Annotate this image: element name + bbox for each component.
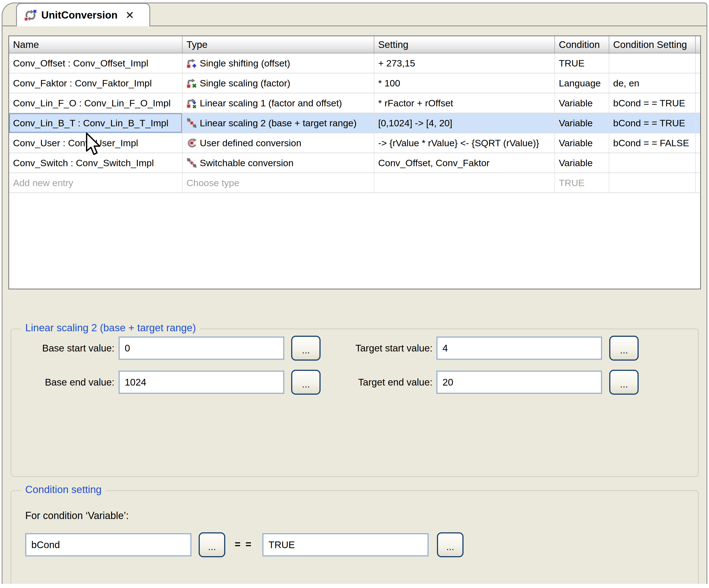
cell-condition[interactable]: TRUE — [555, 173, 609, 192]
cell-condition[interactable]: Variable — [555, 153, 609, 172]
cell-type[interactable]: Single scaling (factor) — [183, 73, 374, 93]
cell-condition[interactable]: Variable — [555, 133, 609, 153]
cell-condition[interactable]: Variable — [555, 113, 609, 133]
cell-condition[interactable]: Variable — [555, 93, 609, 113]
cell-setting[interactable]: * 100 — [374, 73, 555, 93]
cell-type-text: Choose type — [186, 178, 239, 188]
cell-condition-setting[interactable] — [609, 173, 696, 192]
column-header-condition-setting[interactable]: Condition Setting — [609, 36, 696, 53]
linear-scaling-2-icon — [186, 118, 200, 128]
tab-unit-conversion[interactable]: UnitConversion ✕ — [16, 3, 150, 26]
single-scaling-icon — [186, 78, 200, 88]
cell-name-text: Conv_Lin_B_T : Conv_Lin_B_T_Impl — [13, 118, 168, 129]
cell-type[interactable]: Linear scaling 1 (factor and offset) — [183, 93, 374, 113]
column-header-setting[interactable]: Setting — [374, 36, 555, 53]
cell-condition-setting[interactable]: bCond = = TRUE — [609, 113, 696, 133]
cell-setting[interactable]: * rFactor + rOffset — [374, 93, 555, 113]
column-header-name[interactable]: Name — [9, 36, 183, 53]
base-start-input[interactable] — [119, 337, 284, 360]
cell-type-text: Linear scaling 1 (factor and offset) — [200, 98, 342, 109]
base-start-browse-button[interactable]: ... — [291, 336, 320, 360]
cell-name[interactable]: Conv_Lin_F_O : Conv_Lin_F_O_Impl — [9, 93, 183, 113]
cell-name-text: Conv_Lin_F_O : Conv_Lin_F_O_Impl — [13, 98, 171, 109]
column-header-filler — [696, 36, 700, 53]
cell-setting-text: Conv_Offset, Conv_Faktor — [378, 158, 490, 168]
cell-filler[interactable] — [696, 53, 700, 73]
cell-type[interactable]: Switchable conversion — [183, 153, 374, 172]
cell-condition[interactable]: TRUE — [555, 53, 609, 73]
table-row[interactable]: Conv_Faktor : Conv_Faktor_ImplSingle sca… — [9, 73, 700, 93]
target-end-browse-button[interactable]: ... — [609, 370, 639, 395]
cell-setting-text: [0,1024] -> [4, 20] — [378, 118, 452, 129]
table-row[interactable]: Conv_Lin_F_O : Conv_Lin_F_O_ImplLinear s… — [9, 93, 700, 113]
cell-type[interactable]: Choose type — [183, 173, 374, 192]
cell-setting-text: * 100 — [378, 78, 400, 89]
table-row[interactable]: Conv_Switch : Conv_Switch_ImplSwitchable… — [9, 153, 700, 173]
cell-setting-text: -> {rValue * rValue} <- {SQRT (rValue)} — [378, 138, 539, 149]
table-body: Conv_Offset : Conv_Offset_ImplSingle shi… — [9, 53, 700, 193]
cell-condition-setting[interactable] — [609, 153, 696, 172]
cell-name[interactable]: Conv_Lin_B_T : Conv_Lin_B_T_Impl — [9, 113, 183, 133]
cell-type-text: Single scaling (factor) — [200, 78, 290, 89]
cell-name-text: Add new entry — [13, 178, 73, 188]
cell-type[interactable]: Single shifting (offset) — [183, 53, 374, 73]
table-row[interactable]: Conv_Offset : Conv_Offset_ImplSingle shi… — [9, 53, 700, 73]
column-header-type[interactable]: Type — [183, 36, 374, 53]
for-condition-label: For condition ‘Variable’: — [25, 510, 129, 522]
table-row[interactable]: Conv_User : Conv_User_ImplUser defined c… — [9, 133, 700, 153]
cell-condition-text: Language — [559, 78, 601, 89]
table-row[interactable]: Add new entryChoose typeTRUE — [9, 173, 700, 193]
cell-setting[interactable]: + 273,15 — [374, 53, 555, 73]
cell-condition-setting[interactable]: bCond = = TRUE — [609, 93, 696, 113]
cell-condition-setting[interactable] — [609, 53, 696, 73]
target-start-browse-button[interactable]: ... — [609, 336, 639, 360]
linear-scaling-legend: Linear scaling 2 (base + target range) — [21, 322, 200, 334]
cell-name[interactable]: Conv_Faktor : Conv_Faktor_Impl — [9, 73, 183, 93]
cell-setting[interactable]: -> {rValue * rValue} <- {SQRT (rValue)} — [374, 133, 555, 153]
target-start-input[interactable] — [436, 337, 602, 360]
condition-setting-legend: Condition setting — [21, 484, 106, 496]
condition-value-input[interactable] — [262, 533, 429, 556]
cell-setting[interactable] — [374, 173, 555, 192]
cell-type-text: Linear scaling 2 (base + target range) — [200, 118, 357, 129]
cell-condition-setting-text: bCond = = TRUE — [613, 118, 685, 129]
cell-name[interactable]: Conv_Offset : Conv_Offset_Impl — [9, 53, 183, 73]
cell-name-text: Conv_Switch : Conv_Switch_Impl — [13, 158, 154, 168]
base-end-input[interactable] — [119, 371, 284, 394]
cell-name-text: Conv_Faktor : Conv_Faktor_Impl — [13, 78, 152, 89]
cell-filler[interactable] — [696, 113, 700, 133]
cell-condition-text: Variable — [559, 98, 593, 109]
cell-filler[interactable] — [696, 153, 700, 172]
condition-value-browse-button[interactable]: ... — [437, 532, 464, 557]
switchable-icon — [186, 158, 200, 168]
column-header-condition[interactable]: Condition — [555, 36, 609, 53]
condition-variable-browse-button[interactable]: ... — [199, 532, 225, 557]
target-end-input[interactable] — [436, 371, 602, 394]
user-defined-icon — [186, 138, 200, 148]
cell-filler[interactable] — [696, 73, 700, 93]
base-start-label: Base start value: — [22, 343, 114, 354]
cell-condition[interactable]: Language — [555, 73, 609, 93]
cell-filler[interactable] — [696, 133, 700, 153]
single-shifting-icon — [186, 58, 200, 69]
tab-close-icon[interactable]: ✕ — [125, 10, 134, 21]
cell-setting[interactable]: Conv_Offset, Conv_Faktor — [374, 153, 555, 172]
cell-type-text: Switchable conversion — [200, 158, 293, 168]
conversion-table: Name Type Setting Condition Condition Se… — [8, 35, 701, 289]
cell-filler[interactable] — [696, 93, 700, 113]
cell-type-text: Single shifting (offset) — [200, 58, 290, 69]
base-end-browse-button[interactable]: ... — [291, 370, 320, 395]
cell-condition-setting-text: bCond = = FALSE — [613, 138, 689, 149]
cell-filler[interactable] — [696, 173, 700, 192]
cell-condition-setting[interactable]: de, en — [609, 73, 696, 93]
cell-type[interactable]: User defined conversion — [183, 133, 374, 153]
condition-setting-groupbox: Condition setting For condition ‘Variabl… — [10, 490, 699, 583]
cell-setting[interactable]: [0,1024] -> [4, 20] — [374, 113, 555, 133]
cell-condition-setting[interactable]: bCond = = FALSE — [609, 133, 696, 153]
cell-condition-text: Variable — [559, 158, 593, 168]
condition-variable-input[interactable] — [25, 533, 191, 556]
base-end-label: Base end value: — [22, 377, 114, 388]
cell-type[interactable]: Linear scaling 2 (base + target range) — [183, 113, 374, 133]
table-row[interactable]: Conv_Lin_B_T : Conv_Lin_B_T_ImplLinear s… — [9, 113, 700, 133]
cell-name[interactable]: Add new entry — [9, 173, 183, 192]
